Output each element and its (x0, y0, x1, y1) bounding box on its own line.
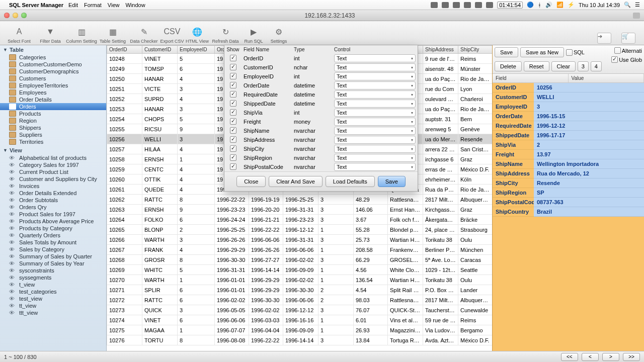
export-csv-button[interactable]: CSVExport CSV (160, 26, 184, 44)
field-control-select[interactable]: Text▾ (334, 154, 416, 162)
cols-3-button[interactable]: 3 (578, 61, 589, 71)
table-row[interactable]: 10263ERNSH91996-23-231996-20-201996-31-3… (107, 205, 493, 215)
table-row[interactable]: 10276TORTU81996-08-081996-22-221996-14-1… (107, 335, 493, 345)
sidebar-table-item[interactable]: Employees (0, 89, 106, 96)
page-last-button[interactable]: >> (623, 353, 640, 361)
sidebar-view-item[interactable]: 👁Order Subtotals (0, 197, 106, 204)
html-view-button[interactable]: 🌐HTML View (185, 26, 209, 44)
field-control-select[interactable]: Text▾ (334, 136, 416, 144)
sidebar-view-item[interactable]: 👁Order Details Extended (0, 190, 106, 197)
column-header[interactable]: ShipAddress (423, 46, 458, 54)
save-button[interactable]: Save (495, 47, 518, 57)
field-show-checkbox[interactable] (230, 109, 236, 116)
field-show-checkbox[interactable] (230, 145, 236, 152)
sidebar-view-item[interactable]: 👁Products by Category (0, 225, 106, 232)
field-control-select[interactable]: Text▾ (334, 63, 416, 71)
detail-field-value[interactable]: 2 (534, 140, 644, 150)
filter-data-button[interactable]: ▼Filter Data (35, 26, 65, 44)
refresh-data-button[interactable]: ↻Refresh Data (210, 26, 240, 44)
table-row[interactable]: 10265BLONP21996-25-251996-22-221996-12-1… (107, 225, 493, 235)
sidebar-view-item[interactable]: 👁syssegments (0, 274, 106, 281)
sidebar-section-view[interactable]: ▼View (0, 146, 106, 154)
table-setting-button[interactable]: ▦Table Setting (98, 26, 128, 44)
sidebar-section-table[interactable]: ▼Table (0, 46, 106, 54)
alternate-checkbox[interactable]: Alternati (614, 47, 642, 54)
settings-button[interactable]: ⚙Settings (267, 26, 291, 44)
sidebar-view-item[interactable]: 👁Orders Qry (0, 204, 106, 211)
table-row[interactable]: 10270WARTH11996-01-011996-29-291996-02-0… (107, 275, 493, 285)
sidebar-view-item[interactable]: 👁Category Sales for 1997 (0, 161, 106, 168)
field-control-select[interactable]: Text▾ (334, 90, 416, 99)
field-show-checkbox[interactable] (230, 82, 236, 88)
table-row[interactable]: 10262RATTC81996-22-221996-19-191996-25-2… (107, 195, 493, 205)
toolbar-cart[interactable]: 🛒 (617, 33, 640, 44)
window-fullscreen-button[interactable] (633, 13, 640, 19)
save-as-new-button[interactable]: Save as New (520, 47, 564, 57)
sidebar-view-item[interactable]: 👁test_view (0, 295, 106, 302)
table-row[interactable]: 10264FOLKO61996-24-241996-21-211996-23-2… (107, 215, 493, 225)
sidebar-view-item[interactable]: 👁Invoices (0, 183, 106, 190)
table-row[interactable]: 10272RATTC61996-02-021996-30-301996-06-0… (107, 295, 493, 305)
reset-button[interactable]: Reset (524, 61, 549, 71)
dialog-load-defaults-button[interactable]: Load Defaults (326, 176, 375, 187)
column-header[interactable]: CustomerID (142, 46, 178, 54)
page-first-button[interactable]: << (561, 353, 578, 361)
page-prev-button[interactable]: < (582, 353, 599, 361)
use-global-checkbox[interactable]: Use Glob (611, 56, 642, 63)
detail-field-value[interactable]: 13.97 (534, 150, 644, 159)
sidebar-table-item[interactable]: Suppliers (0, 131, 106, 138)
sql-checkbox[interactable]: SQL (566, 49, 585, 56)
sidebar-table-item[interactable]: Territories (0, 138, 106, 145)
field-control-select[interactable]: Text▾ (334, 109, 416, 117)
dialog-save-button[interactable]: Save (378, 176, 406, 187)
field-show-checkbox[interactable] (230, 127, 236, 134)
sidebar-table-item[interactable]: Shippers (0, 124, 106, 131)
select-font-button[interactable]: ASelect Font (4, 26, 34, 44)
table-row[interactable]: 10266WARTH31996-26-261996-06-061996-31-3… (107, 235, 493, 245)
clear-button[interactable]: Clear (551, 61, 576, 71)
sidebar-view-item[interactable]: 👁Products Above Average Price (0, 218, 106, 225)
field-show-checkbox[interactable] (230, 55, 236, 61)
table-row[interactable]: 10267FRANK41996-29-291996-26-261996-06-0… (107, 245, 493, 255)
table-row[interactable]: 10274VINET61996-06-061996-03-031996-16-1… (107, 315, 493, 325)
field-show-checkbox[interactable] (230, 154, 236, 161)
detail-field-value[interactable]: 08737-363 (534, 198, 644, 207)
sidebar-table-item[interactable]: Categories (0, 54, 106, 61)
window-minimize-button[interactable] (13, 13, 18, 18)
run-sql-button[interactable]: ▶Run SQL (242, 26, 266, 44)
app-title[interactable]: SQL Server Manager (9, 2, 63, 8)
field-show-checkbox[interactable] (230, 118, 236, 125)
toolbar-arrow[interactable]: ➔ (593, 33, 616, 44)
field-control-select[interactable]: Text▾ (334, 72, 416, 80)
cols-4-button[interactable]: 4 (591, 61, 602, 71)
field-control-select[interactable]: Text▾ (334, 118, 416, 126)
sidebar-view-item[interactable]: 👁Sales Totals by Amount (0, 239, 106, 246)
dialog-close-button[interactable]: Close (236, 176, 266, 187)
table-row[interactable]: 10268GROSR81996-30-301996-27-271996-02-0… (107, 255, 493, 265)
table-row[interactable]: 10269WHITC51996-31-311996-14-141996-09-0… (107, 265, 493, 275)
menu-format[interactable]: Format (84, 2, 102, 8)
sidebar-view-item[interactable]: 👁ttt_view (0, 309, 106, 316)
sidebar-table-item[interactable]: CustomerDemographics (0, 68, 106, 75)
field-show-checkbox[interactable] (230, 91, 236, 98)
field-control-select[interactable]: Text▾ (334, 163, 416, 171)
sidebar-view-item[interactable]: 👁Summary of Sales by Year (0, 260, 106, 267)
sidebar-table-item[interactable]: Order Details (0, 96, 106, 103)
sidebar-view-item[interactable]: 👁Sales by Category (0, 246, 106, 253)
field-show-checkbox[interactable] (230, 100, 236, 107)
sidebar-view-item[interactable]: 👁sysconstraints (0, 267, 106, 274)
detail-field-value[interactable]: 3 (534, 102, 644, 112)
notification-center-icon[interactable]: ☰ (635, 2, 640, 8)
column-header[interactable]: ShipCity (458, 46, 493, 54)
sidebar-view-item[interactable]: 👁Product Sales for 1997 (0, 211, 106, 218)
detail-field-value[interactable]: 10256 (534, 83, 644, 93)
sidebar-view-item[interactable]: 👁t_view (0, 281, 106, 288)
detail-field-value[interactable]: Rua do Mercado, 12 (534, 169, 644, 178)
detail-field-value[interactable]: 1996-17-17 (534, 131, 644, 140)
table-row[interactable]: 10273QUICK31996-05-051996-02-021996-12-1… (107, 305, 493, 315)
sidebar-view-item[interactable]: 👁tt_view (0, 302, 106, 309)
sidebar-view-item[interactable]: 👁test_categories (0, 288, 106, 295)
window-zoom-button[interactable] (21, 13, 27, 18)
sidebar-table-item[interactable]: Orders (0, 103, 106, 110)
window-close-button[interactable] (4, 13, 10, 18)
